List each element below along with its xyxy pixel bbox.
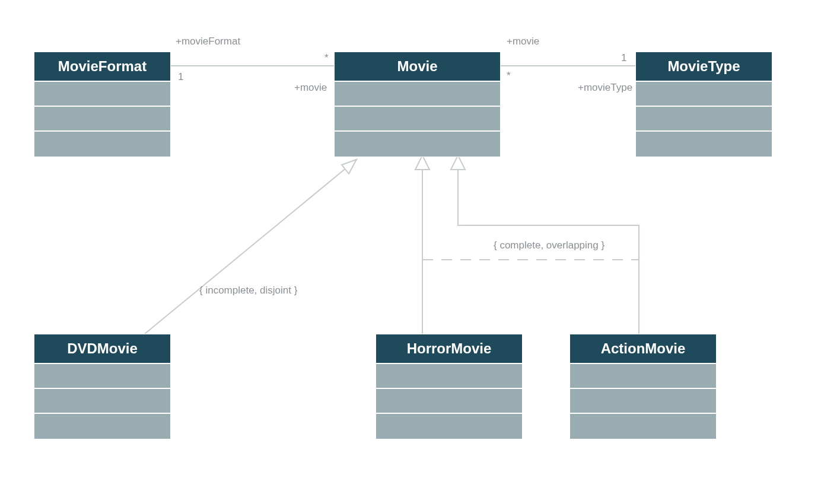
gen-dvdmovie-arrow bbox=[342, 160, 357, 174]
class-compartment bbox=[34, 389, 170, 414]
class-compartment bbox=[636, 82, 772, 107]
class-compartment bbox=[376, 414, 522, 439]
class-movieformat: MovieFormat bbox=[34, 52, 171, 157]
role-movie-right: +movie bbox=[507, 36, 539, 47]
class-compartment bbox=[34, 82, 170, 107]
class-dvdmovie-name: DVDMovie bbox=[34, 334, 170, 364]
mult-movietype: 1 bbox=[621, 52, 626, 64]
gen-action-line bbox=[458, 170, 639, 334]
class-compartment bbox=[376, 364, 522, 389]
gen-action-arrow bbox=[451, 155, 465, 170]
class-compartment bbox=[34, 107, 170, 132]
mult-movie-right: * bbox=[507, 70, 511, 82]
class-compartment bbox=[570, 389, 716, 414]
class-compartment bbox=[335, 82, 500, 107]
gen-horror-arrow bbox=[415, 155, 429, 170]
class-horrormovie-name: HorrorMovie bbox=[376, 334, 522, 364]
class-actionmovie: ActionMovie bbox=[569, 334, 717, 439]
class-compartment bbox=[636, 132, 772, 157]
class-compartment bbox=[34, 132, 170, 157]
role-movieformat: +movieFormat bbox=[176, 36, 240, 47]
class-compartment bbox=[34, 414, 170, 439]
class-actionmovie-name: ActionMovie bbox=[570, 334, 716, 364]
class-compartment bbox=[376, 389, 522, 414]
uml-class-diagram: MovieFormat Movie MovieType DVDMovie Hor… bbox=[0, 0, 840, 504]
class-horrormovie: HorrorMovie bbox=[376, 334, 523, 439]
class-compartment bbox=[636, 107, 772, 132]
mult-movieformat: * bbox=[324, 52, 329, 64]
class-movie-name: Movie bbox=[335, 52, 500, 82]
gen-constraint-genre: { complete, overlapping } bbox=[490, 240, 608, 251]
gen-constraint-dvd: { incomplete, disjoint } bbox=[199, 285, 297, 296]
class-movieformat-name: MovieFormat bbox=[34, 52, 170, 82]
gen-dvdmovie-line bbox=[145, 160, 357, 334]
role-movie-left: +movie bbox=[294, 82, 327, 94]
class-movietype: MovieType bbox=[635, 52, 772, 157]
class-dvdmovie: DVDMovie bbox=[34, 334, 171, 439]
class-compartment bbox=[335, 132, 500, 157]
class-compartment bbox=[570, 414, 716, 439]
class-compartment bbox=[335, 107, 500, 132]
mult-movie-left: 1 bbox=[178, 71, 183, 83]
role-movietype: +movieType bbox=[578, 82, 632, 94]
class-compartment bbox=[34, 364, 170, 389]
class-movietype-name: MovieType bbox=[636, 52, 772, 82]
class-compartment bbox=[570, 364, 716, 389]
class-movie: Movie bbox=[334, 52, 501, 157]
